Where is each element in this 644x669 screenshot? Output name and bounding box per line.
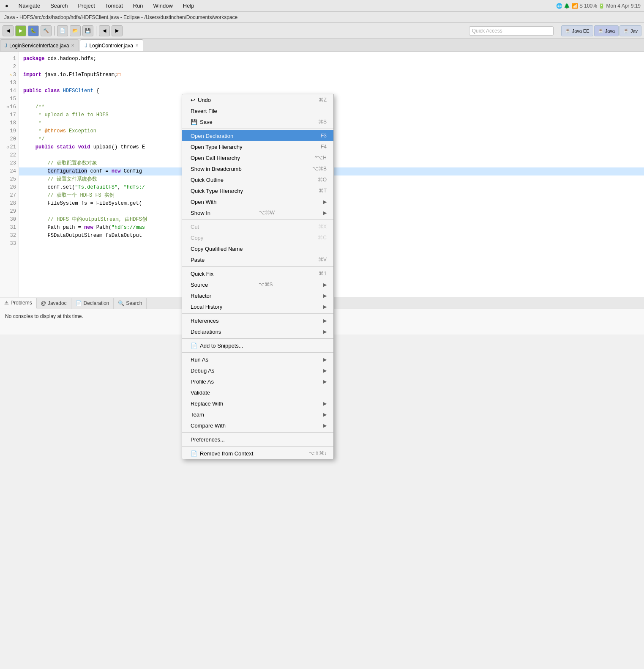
menu-paste[interactable]: Paste ⌘V <box>182 254 333 265</box>
menu-revert[interactable]: Revert File <box>182 105 333 116</box>
menu-debug-as[interactable]: Debug As ▶ <box>182 365 333 376</box>
menu-show-breadcrumb[interactable]: Show in Breadcrumb ⌥⌘B <box>182 163 333 174</box>
quick-access-input[interactable]: Quick Access <box>469 26 554 36</box>
menu-paste-shortcut: ⌘V <box>318 257 327 263</box>
quick-access-label: Quick Access <box>472 28 502 34</box>
linenum-30: 30 <box>0 216 16 224</box>
perspective-buttons: ☕ Java EE ☕ Java ☕ Jav <box>561 25 641 36</box>
linenum-20: 20 <box>0 135 16 143</box>
toolbar-save[interactable]: 💾 <box>82 25 93 36</box>
menu-cut[interactable]: Cut ⌘X <box>182 221 333 232</box>
menu-team-arrow: ▶ <box>323 412 327 417</box>
tab-close-1[interactable]: ✕ <box>135 43 139 48</box>
menu-debug-as-label: Debug As <box>191 367 214 374</box>
menu-quick-fix[interactable]: Quick Fix ⌘1 <box>182 268 333 279</box>
toolbar-next[interactable]: ▶ <box>112 25 123 36</box>
menu-open-with[interactable]: Open With ▶ <box>182 196 333 207</box>
menu-remove-context[interactable]: 📄 Remove from Context ⌥⇧⌘↓ <box>182 448 333 459</box>
linenum-19: 19 <box>0 127 16 135</box>
linenum-1: 1 <box>0 55 16 63</box>
menu-quick-outline-label: Quick Outline <box>191 177 224 183</box>
perspective-javaee[interactable]: ☕ Java EE <box>561 25 593 36</box>
menu-undo[interactable]: ↩ Undo ⌘Z <box>182 94 333 105</box>
toolbar-back[interactable]: ◀ <box>3 25 14 36</box>
editor-area: 1 2 ⚠3 13 14 15 ⊖16 17 18 19 20 ⊖21 22 2… <box>0 52 644 297</box>
toolbar-run[interactable]: ▶ <box>15 25 26 36</box>
bottom-tab-problems[interactable]: ⚠ Problems <box>0 298 37 309</box>
bottom-tab-javadoc[interactable]: @ Javadoc <box>37 298 71 309</box>
toolbar: ◀ ▶ 🐛 🔨 📄 📂 💾 ◀ ▶ Quick Access ☕ Java EE… <box>0 23 644 39</box>
menu-tomcat[interactable]: Tomcat <box>104 2 125 10</box>
linenum-3: ⚠3 <box>0 71 16 79</box>
menu-quick-outline[interactable]: Quick Outline ⌘O <box>182 174 333 185</box>
tab-close-0[interactable]: ✕ <box>71 43 74 48</box>
menu-undo-shortcut: ⌘Z <box>319 97 327 103</box>
tab-login-controler[interactable]: J LoginControler.java ✕ <box>80 39 143 51</box>
menu-copy[interactable]: Copy ⌘C <box>182 232 333 243</box>
title-text: Java - HDFS/src/cds/hadoop/hdfs/HDFSClie… <box>4 14 237 20</box>
menu-save[interactable]: 💾 Save ⌘S <box>182 116 333 127</box>
menu-sep-7 <box>182 432 333 433</box>
menu-open-declaration[interactable]: Open Declaration F3 <box>182 130 333 141</box>
menu-add-snippets[interactable]: 📄 Add to Snippets... <box>182 340 333 351</box>
perspective-java-label: Java <box>605 28 615 33</box>
menu-preferences[interactable]: Preferences... <box>182 434 333 445</box>
menu-run-as-label: Run As <box>191 356 208 363</box>
menu-project[interactable]: Project <box>76 2 96 10</box>
menu-source[interactable]: Source ⌥⌘S ▶ <box>182 279 333 290</box>
perspective-javaee-label: Java EE <box>572 28 589 33</box>
menu-cut-shortcut: ⌘X <box>318 224 327 230</box>
toolbar-sep1 <box>54 26 55 36</box>
menu-quick-outline-shortcut: ⌘O <box>318 177 327 183</box>
menu-help[interactable]: Help <box>181 2 196 10</box>
perspective-java-icon: ☕ <box>598 28 604 33</box>
menu-window[interactable]: Window <box>152 2 175 10</box>
menu-debug-as-arrow: ▶ <box>323 368 327 373</box>
menu-profile-as[interactable]: Profile As ▶ <box>182 376 333 387</box>
linenum-22: 22 <box>0 151 16 159</box>
fold-icon-21[interactable]: ⊖ <box>7 143 9 151</box>
menu-sep-1 <box>182 129 333 129</box>
menu-open-declaration-shortcut: F3 <box>321 133 327 139</box>
menu-declarations[interactable]: Declarations ▶ <box>182 326 333 337</box>
tab-login-service[interactable]: J LoginServiceInterface.java ✕ <box>0 39 79 51</box>
bottom-tab-search-label: Search <box>126 300 142 306</box>
perspective-java[interactable]: ☕ Java <box>594 25 619 36</box>
menu-local-history[interactable]: Local History ▶ <box>182 301 333 312</box>
toolbar-build[interactable]: 🔨 <box>41 25 52 36</box>
remove-context-icon: 📄 <box>191 450 197 457</box>
menu-search[interactable]: Search <box>49 2 69 10</box>
menu-refactor[interactable]: Refactor ▶ <box>182 290 333 301</box>
menu-team[interactable]: Team ▶ <box>182 409 333 420</box>
menu-references[interactable]: References ▶ <box>182 315 333 326</box>
linenum-32: 32 <box>0 232 16 240</box>
bottom-tab-search[interactable]: 🔍 Search <box>114 298 147 309</box>
menu-copy-label: Copy <box>191 235 203 241</box>
toolbar-open[interactable]: 📂 <box>70 25 81 36</box>
menu-validate-label: Validate <box>191 389 210 396</box>
menu-profile-as-arrow: ▶ <box>323 379 327 384</box>
menu-run[interactable]: Run <box>131 2 145 10</box>
menu-open-type-hierarchy[interactable]: Open Type Hierarchy F4 <box>182 141 333 152</box>
menu-eclipse[interactable]: ● <box>3 2 10 10</box>
menubar: ● Navigate Search Project Tomcat Run Win… <box>0 0 644 12</box>
linenum-28: 28 <box>0 200 16 208</box>
menu-sep-8 <box>182 446 333 447</box>
fold-icon-16[interactable]: ⊖ <box>7 103 9 111</box>
toolbar-prev[interactable]: ◀ <box>99 25 110 36</box>
menu-show-in[interactable]: Show In ⌥⌘W ▶ <box>182 207 333 218</box>
bottom-content-text: No consoles to display at this time. <box>5 313 83 319</box>
menu-open-call-hierarchy[interactable]: Open Call Hierarchy ^⌥H <box>182 152 333 163</box>
menu-compare-with[interactable]: Compare With ▶ <box>182 420 333 431</box>
linenum-27: 27 <box>0 192 16 200</box>
menu-copy-qualified[interactable]: Copy Qualified Name <box>182 243 333 254</box>
menu-replace-with[interactable]: Replace With ▶ <box>182 398 333 409</box>
menu-validate[interactable]: Validate <box>182 387 333 398</box>
menu-quick-type-hierarchy[interactable]: Quick Type Hierarchy ⌘T <box>182 185 333 196</box>
menu-run-as[interactable]: Run As ▶ <box>182 354 333 365</box>
toolbar-debug[interactable]: 🐛 <box>28 25 39 36</box>
toolbar-new[interactable]: 📄 <box>57 25 68 36</box>
menu-navigate[interactable]: Navigate <box>17 2 42 10</box>
perspective-jav[interactable]: ☕ Jav <box>619 25 641 36</box>
bottom-tab-declaration[interactable]: 📄 Declaration <box>71 298 114 309</box>
